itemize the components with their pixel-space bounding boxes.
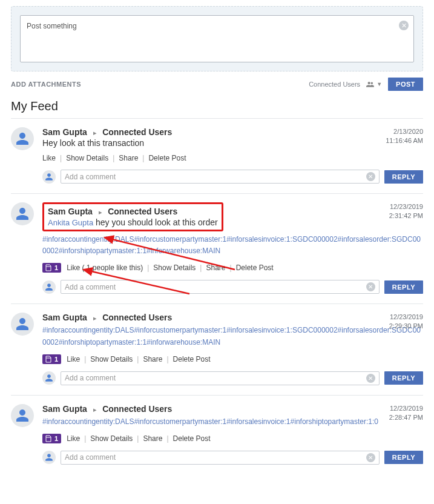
comment-input[interactable] (65, 283, 366, 291)
post-author[interactable]: Sam Gupta (42, 127, 87, 137)
badge-count: 1 (54, 356, 58, 363)
feed-post: Sam Gupta ▸ Connected Users Hey look at … (11, 118, 423, 193)
post-text: hey you should look at this order (96, 217, 218, 227)
post-time: 11:16:46 AM (386, 136, 423, 145)
comment-input-wrap: ✕ (61, 451, 380, 465)
comment-input[interactable] (65, 374, 366, 382)
share-button[interactable]: Share (206, 264, 225, 272)
composer-input[interactable]: Post something ✕ (20, 15, 414, 62)
comment-input[interactable] (65, 173, 366, 181)
chevron-down-icon: ▼ (376, 81, 382, 87)
delete-post-button[interactable]: Delete Post (173, 355, 211, 363)
post-author[interactable]: Sam Gupta (42, 404, 87, 414)
badge-count: 1 (54, 264, 58, 271)
share-button[interactable]: Share (143, 355, 162, 363)
post-tags[interactable]: #inforaccountingentity:DALS#inforcustome… (42, 234, 423, 257)
person-icon (15, 207, 30, 221)
audience-picker[interactable]: ▼ (366, 81, 382, 87)
comment-input-wrap: ✕ (61, 371, 380, 385)
chevron-right-icon: ▸ (93, 406, 97, 413)
delete-post-button[interactable]: Delete Post (173, 434, 211, 443)
post-target[interactable]: Connected Users (102, 404, 172, 414)
post-button[interactable]: POST (388, 78, 423, 91)
like-button[interactable]: Like (67, 434, 80, 443)
avatar (11, 404, 34, 427)
reply-button[interactable]: REPLY (384, 280, 423, 294)
person-icon (45, 283, 53, 291)
avatar (11, 202, 34, 225)
add-attachments-button[interactable]: ADD ATTACHMENTS (11, 81, 81, 88)
attachment-badge[interactable]: 1 (42, 263, 61, 273)
clear-icon[interactable]: ✕ (366, 282, 375, 291)
comment-input[interactable] (65, 453, 366, 462)
post-actions: Like| Show Details| Share| Delete Post (42, 154, 423, 162)
post-body: Sam Gupta ▸ Connected Users Hey look at … (42, 127, 423, 184)
post-timestamp: 12/23/2019 2:28:47 PM (389, 404, 423, 422)
comment-input-wrap: ✕ (61, 280, 380, 294)
annotation-highlight-box: Sam Gupta ▸ Connected Users Ankita Gupta… (42, 202, 223, 231)
clear-icon[interactable]: ✕ (366, 172, 375, 181)
show-details-button[interactable]: Show Details (90, 434, 133, 443)
comment-row: ✕ REPLY (42, 371, 423, 385)
reply-button[interactable]: REPLY (384, 170, 423, 184)
person-icon (15, 131, 30, 146)
composer-placeholder: Post something (27, 22, 77, 30)
comment-row: ✕ REPLY (42, 280, 423, 294)
attachment-badge[interactable]: 1 (42, 354, 61, 364)
person-icon (15, 317, 30, 331)
delete-post-button[interactable]: Delete Post (236, 264, 274, 272)
post-actions: 1 Like| Show Details| Share| Delete Post (42, 354, 423, 364)
feed-title: My Feed (11, 99, 423, 113)
avatar-small (42, 451, 56, 464)
post-actions: 1 Like ( 1 people like this)| Show Detai… (42, 263, 423, 273)
reply-button[interactable]: REPLY (384, 371, 423, 385)
post-mention[interactable]: Ankita Gupta (48, 218, 93, 227)
avatar-small (42, 170, 56, 184)
feed-post: Sam Gupta ▸ Connected Users Ankita Gupta… (11, 193, 423, 303)
composer-toolbar: ADD ATTACHMENTS Connected Users ▼ POST (11, 78, 423, 91)
post-text: Hey look at this transaction (42, 138, 423, 148)
person-icon (45, 173, 53, 181)
composer-clear-icon[interactable]: ✕ (399, 21, 409, 30)
people-icon (366, 81, 375, 87)
clear-icon[interactable]: ✕ (366, 453, 375, 462)
avatar (11, 127, 34, 150)
post-author[interactable]: Sam Gupta (42, 313, 87, 322)
share-button[interactable]: Share (119, 154, 138, 162)
like-button[interactable]: Like ( 1 people like this) (67, 264, 143, 272)
like-button[interactable]: Like (42, 154, 56, 162)
show-details-button[interactable]: Show Details (153, 264, 196, 272)
post-timestamp: 12/23/2019 2:31:42 PM (389, 202, 423, 220)
avatar (11, 313, 34, 336)
post-tags[interactable]: #inforaccountingentity:DALS#inforcustome… (42, 325, 423, 348)
post-time: 2:31:42 PM (389, 211, 423, 220)
badge-count: 1 (54, 435, 58, 442)
comment-row: ✕ REPLY (42, 451, 423, 465)
document-icon (45, 356, 52, 363)
comment-row: ✕ REPLY (42, 170, 423, 184)
composer-area: Post something ✕ (11, 6, 423, 71)
avatar-small (42, 371, 56, 385)
share-button[interactable]: Share (143, 434, 162, 443)
post-date: 12/23/2019 (389, 202, 423, 211)
attachment-badge[interactable]: 1 (42, 434, 61, 443)
clear-icon[interactable]: ✕ (366, 374, 375, 383)
post-time: 2:28:47 PM (389, 413, 423, 422)
delete-post-button[interactable]: Delete Post (148, 154, 186, 162)
post-date: 2/13/2020 (386, 127, 423, 136)
chevron-right-icon: ▸ (93, 129, 97, 136)
post-body: Sam Gupta ▸ Connected Users Ankita Gupta… (42, 202, 423, 294)
post-target[interactable]: Connected Users (108, 207, 177, 216)
post-tags[interactable]: #inforaccountingentity:DALS#inforcustome… (42, 416, 423, 428)
feed-post: Sam Gupta ▸ Connected Users #inforaccoun… (11, 303, 423, 394)
like-button[interactable]: Like (67, 355, 80, 363)
show-details-button[interactable]: Show Details (66, 154, 108, 162)
person-icon (45, 374, 53, 382)
show-details-button[interactable]: Show Details (90, 355, 133, 363)
post-author[interactable]: Sam Gupta (48, 207, 93, 216)
chevron-right-icon: ▸ (99, 208, 102, 216)
reply-button[interactable]: REPLY (384, 451, 423, 464)
post-header: Sam Gupta ▸ Connected Users (42, 404, 423, 414)
post-target[interactable]: Connected Users (102, 127, 172, 137)
post-target[interactable]: Connected Users (102, 313, 172, 322)
